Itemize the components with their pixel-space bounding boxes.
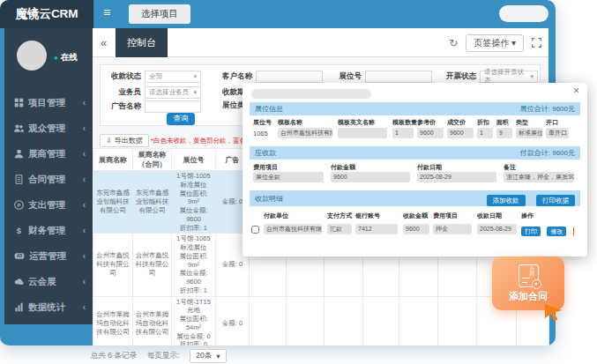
booth-total: 展位合计: 9600元: [520, 104, 575, 114]
template-en-value: [338, 128, 387, 138]
caret-down-icon: ▾: [216, 352, 220, 360]
bar-chart-icon: [14, 302, 24, 312]
chevron-left-icon: ‹: [83, 123, 86, 133]
cell-booth: 1号馆-1005 标准展位 展位面积: 9m² 展位金额: 9600 折扣率: …: [172, 171, 216, 234]
opening-value: 单开口: [546, 128, 569, 138]
sidebar-item-statistics[interactable]: 数据统计‹: [4, 294, 93, 320]
customer-name-field[interactable]: [260, 73, 318, 81]
app-title: 魔镜云CRM: [15, 6, 78, 22]
sidebar-item-expenses[interactable]: P 支出管理‹: [4, 192, 93, 218]
print-receipt-button[interactable]: 打印收据: [536, 195, 575, 206]
caret-down-icon: ▾: [193, 73, 197, 80]
screen: 魔镜云CRM ≡ 选择项目 ●在线 项目管理‹ 观众管理‹: [0, 0, 597, 364]
users-icon: [14, 123, 24, 133]
filter-label-invoice-status: 开票状态: [439, 71, 476, 82]
customer-name-input[interactable]: [256, 71, 323, 83]
caret-down-icon: ▾: [511, 38, 516, 48]
topbar-user-pill[interactable]: [499, 5, 548, 22]
search-button[interactable]: 查询: [167, 113, 195, 125]
sidebar-item-projects[interactable]: 项目管理‹: [4, 90, 93, 115]
online-status: ●在线: [54, 52, 78, 63]
fullscreen-icon[interactable]: [532, 38, 541, 48]
add-receipt-button[interactable]: 添加收款: [487, 195, 526, 206]
cell-exhibitor: 东莞市鑫感业智能科技有限公司: [93, 171, 133, 234]
salesman-select[interactable]: 请选择业务员▾: [145, 86, 201, 99]
remark-value: 浙江泰隆，押金，展后30: [504, 172, 574, 182]
app-logo: 魔镜云CRM: [0, 0, 93, 28]
receipt-date-value: 2025-08-29: [477, 224, 517, 234]
chevron-left-icon: ‹: [83, 226, 86, 235]
tab-console[interactable]: 控制台: [116, 28, 168, 57]
ref-price-value: 9600: [417, 128, 444, 138]
booth-no-input[interactable]: [365, 71, 432, 83]
star-badge-icon: ★: [532, 279, 541, 289]
invoice-status-select[interactable]: 请选择开票状态▾: [480, 71, 538, 83]
amount-value: 9600: [331, 172, 410, 182]
dollar-icon: $: [14, 226, 24, 235]
sidebar-profile: ●在线: [4, 28, 93, 85]
row-checkbox[interactable]: [251, 226, 259, 234]
online-dot-icon: ●: [54, 54, 58, 62]
grid-icon: [14, 98, 24, 108]
sidebar-item-cloud-expo[interactable]: 云会展‹: [4, 269, 93, 294]
chevron-left-icon: ‹: [83, 149, 86, 159]
cell-ad: 金额: 0: [216, 296, 250, 345]
booth-detail-modal: × 展位信息 展位合计: 9600元 展位号 模板名称 模板英文名称 模板数量 …: [243, 83, 587, 256]
chevron-left-icon: ‹: [83, 302, 86, 312]
ad-icon: AD: [14, 251, 25, 261]
payer-value: 台州市鑫悦科技有限公司: [264, 224, 322, 234]
sidebar-item-exhibitors[interactable]: 展商管理‹: [4, 141, 93, 167]
collapse-tabs-icon[interactable]: «: [93, 28, 116, 57]
chevron-left-icon: ‹: [83, 251, 86, 261]
export-data-button[interactable]: ⇩导出数据: [100, 134, 149, 147]
receivable-table-row: 展位全款 9600 2025-08-29 浙江泰隆，押金，展后30: [253, 172, 580, 182]
section-title: 展位信息: [255, 104, 283, 114]
type-value: 标准展位: [516, 128, 542, 138]
tab-operations-button[interactable]: 页签操作 ▾: [466, 34, 524, 52]
section-title: 应收款: [255, 148, 276, 158]
discount-value: 1: [477, 128, 493, 138]
per-page-select[interactable]: 20条▾: [190, 349, 226, 363]
ad-name-field[interactable]: [149, 103, 197, 111]
booth-no-field[interactable]: [369, 73, 428, 81]
sidebar-item-finance[interactable]: $ 财务管理‹: [4, 218, 93, 243]
user-icon: [14, 149, 24, 159]
booth-table-header: 展位号 模板名称 模板英文名称 模板数量 参考价 成交价 折扣 面积 类型 开口: [253, 118, 580, 127]
cell-exhibitor: 台州市鑫悦科技有限公司: [93, 234, 133, 296]
area-value: 9: [496, 128, 512, 138]
payment-status-select[interactable]: 全部▾: [145, 71, 201, 83]
chevron-left-icon: ‹: [83, 277, 86, 286]
caret-down-icon: ▾: [530, 73, 534, 80]
close-icon[interactable]: ×: [573, 85, 579, 97]
cell-exhibitor-contract: 台州市莱姆玛自动化科技有限公司: [133, 296, 172, 345]
print-row-button[interactable]: 打印: [521, 227, 541, 236]
booth-table-row: 1065 台州市鑫悦科技有限公司 1 9600 9600 1 9 标准展位 单开…: [253, 128, 580, 138]
ad-name-input[interactable]: [145, 100, 201, 113]
booth-info-section-header: 展位信息 展位合计: 9600元: [250, 102, 580, 115]
svg-text:AD: AD: [17, 255, 23, 259]
sidebar-menu: 项目管理‹ 观众管理‹ 展商管理‹ 合同管理‹ P 支出管理‹: [4, 90, 93, 320]
record-count: 总共 6 条记录: [91, 351, 137, 361]
select-project-button[interactable]: 选择项目: [129, 4, 190, 24]
hamburger-menu-icon[interactable]: ≡: [103, 6, 110, 19]
template-name-value: 台州市鑫悦科技有限公司: [278, 128, 332, 138]
svg-text:$: $: [17, 226, 22, 235]
caret-down-icon: ▾: [193, 89, 197, 96]
col-header: 展商名称: [93, 149, 133, 171]
receipt-table-row: 台州市鑫悦科技有限公司 汇款 7412 9600 押金 2025-08-29 打…: [251, 221, 580, 237]
chevron-left-icon: ‹: [83, 175, 86, 184]
refresh-icon[interactable]: ↻: [449, 37, 458, 49]
avatar[interactable]: [17, 41, 47, 71]
edit-row-button[interactable]: 修改: [547, 227, 566, 236]
sidebar-item-audience[interactable]: 观众管理‹: [4, 115, 93, 141]
table-row[interactable]: 台州市莱姆玛自动化科技有限公司 台州市莱姆玛自动化科技有限公司 1号馆-1T15…: [93, 296, 549, 345]
payment-total: 付款合计: 9600元: [520, 148, 575, 158]
date-value: 2025-08-29: [417, 172, 496, 182]
sidebar-item-contracts[interactable]: 合同管理‹: [4, 167, 93, 192]
deal-price-value: 9600: [447, 128, 474, 138]
col-header: 展商名称（合同）: [133, 149, 172, 171]
delete-row-button[interactable]: 删除: [573, 227, 574, 236]
receivable-table-header: 费用项目 付款金额 付款日期 备注: [253, 163, 580, 172]
filter-label-salesman: 业务员: [102, 87, 141, 98]
sidebar-item-operations[interactable]: AD 运营管理‹: [4, 243, 93, 269]
